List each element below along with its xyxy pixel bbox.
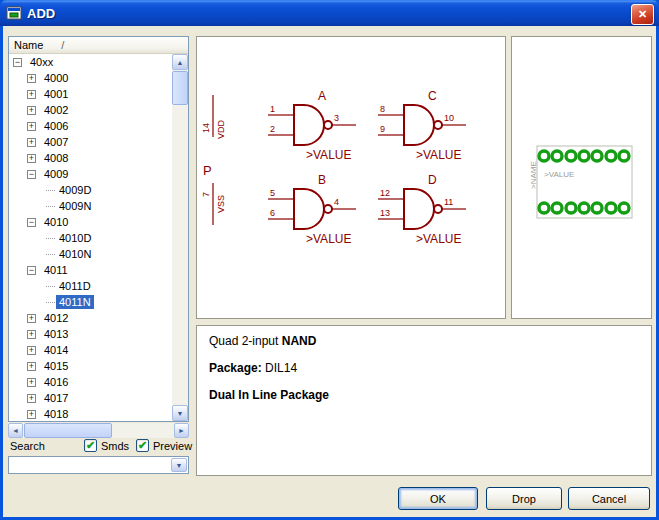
expander-plus-icon[interactable]: +: [27, 122, 36, 131]
window-title: ADD: [27, 6, 55, 21]
expander-plus-icon[interactable]: +: [27, 346, 36, 355]
tree-item[interactable]: −4010: [9, 214, 172, 230]
search-input[interactable]: [11, 458, 170, 472]
description-text-bold: Package:: [209, 361, 262, 375]
package-preview-panel: >NAME >VALUE: [511, 36, 652, 319]
description-text: DIL14: [262, 361, 297, 375]
svg-text:>VALUE: >VALUE: [306, 232, 351, 246]
close-button[interactable]: ✕: [631, 4, 654, 25]
tree-item[interactable]: 4009D: [9, 182, 172, 198]
combo-dropdown-button[interactable]: ▼: [171, 458, 187, 472]
description-line: Package: DIL14: [209, 361, 639, 375]
tree-header-name[interactable]: Name /: [9, 37, 188, 54]
tree-item[interactable]: −4011: [9, 262, 172, 278]
expander-plus-icon[interactable]: +: [27, 314, 36, 323]
expander-plus-icon[interactable]: +: [27, 154, 36, 163]
nand-gate-d: 12 13 11 D >VALUE: [378, 173, 466, 246]
drop-button[interactable]: Drop: [486, 487, 562, 510]
tree-item[interactable]: +4018: [9, 406, 172, 421]
preview-checkbox-label[interactable]: Preview: [153, 440, 192, 452]
arrow-left-icon: ◄: [12, 427, 19, 434]
svg-text:C: C: [428, 89, 437, 103]
nand-gate-c: 8 9 10 C >VALUE: [378, 89, 466, 162]
svg-text:7: 7: [201, 192, 211, 197]
checkmark-icon: ✔: [138, 439, 147, 451]
smds-checkbox[interactable]: ✔: [84, 439, 97, 452]
add-dialog-icon: [6, 5, 22, 21]
tree-item[interactable]: +4012: [9, 310, 172, 326]
svg-text:>VALUE: >VALUE: [416, 232, 461, 246]
cancel-button[interactable]: Cancel: [568, 487, 650, 510]
tree-item[interactable]: +4001: [9, 86, 172, 102]
scroll-up-button[interactable]: ▲: [172, 54, 188, 70]
tree-item[interactable]: +4006: [9, 118, 172, 134]
arrow-right-icon: ►: [178, 427, 185, 434]
checkmark-icon: ✔: [86, 439, 95, 451]
svg-text:>NAME: >NAME: [529, 161, 538, 189]
svg-text:P: P: [203, 163, 212, 178]
ok-button[interactable]: OK: [398, 487, 478, 510]
tree-item[interactable]: 4010D: [9, 230, 172, 246]
tree-item[interactable]: 4009N: [9, 198, 172, 214]
tree-vertical-scrollbar[interactable]: ▲ ▼: [172, 54, 188, 421]
tree-item[interactable]: 4011D: [9, 278, 172, 294]
expander-minus-icon[interactable]: −: [13, 58, 22, 67]
vertical-scroll-thumb[interactable]: [172, 71, 188, 105]
search-row: Search ✔ Smds ✔ Preview: [8, 439, 189, 454]
expander-plus-icon[interactable]: +: [27, 394, 36, 403]
add-dialog: ADD ✕ Name / −40xx +4000 +4001 +4002 +40…: [0, 0, 659, 520]
close-icon: ✕: [638, 8, 647, 21]
expander-minus-icon[interactable]: −: [27, 218, 36, 227]
pads-bottom-row: [539, 203, 629, 213]
smds-checkbox-label[interactable]: Smds: [101, 440, 129, 452]
scroll-right-button[interactable]: ►: [174, 423, 189, 438]
description-text-bold: NAND: [282, 334, 317, 348]
expander-plus-icon[interactable]: +: [27, 362, 36, 371]
svg-text:6: 6: [270, 208, 275, 218]
tree-item[interactable]: +4014: [9, 342, 172, 358]
svg-text:8: 8: [380, 104, 385, 114]
expander-plus-icon[interactable]: +: [27, 90, 36, 99]
svg-text:9: 9: [380, 124, 385, 134]
arrow-up-icon: ▲: [177, 59, 184, 66]
expander-plus-icon[interactable]: +: [27, 330, 36, 339]
tree-item[interactable]: +4007: [9, 134, 172, 150]
svg-text:14: 14: [201, 123, 211, 133]
preview-checkbox[interactable]: ✔: [136, 439, 149, 452]
scroll-left-button[interactable]: ◄: [8, 423, 23, 438]
titlebar[interactable]: ADD ✕: [0, 0, 659, 26]
svg-text:D: D: [428, 173, 437, 187]
tree-horizontal-scrollbar[interactable]: ◄ ►: [8, 423, 189, 438]
expander-plus-icon[interactable]: +: [27, 74, 36, 83]
tree-item[interactable]: +4015: [9, 358, 172, 374]
expander-plus-icon[interactable]: +: [27, 378, 36, 387]
search-label: Search: [10, 440, 45, 452]
tree-item-selected[interactable]: 4011N: [9, 294, 172, 310]
tree-item[interactable]: −4009: [9, 166, 172, 182]
search-combo[interactable]: ▼: [8, 456, 189, 474]
tree-item[interactable]: +4000: [9, 70, 172, 86]
svg-text:13: 13: [380, 208, 390, 218]
description-panel: Quad 2-input NAND Package: DIL14 Dual In…: [196, 325, 652, 476]
expander-plus-icon[interactable]: +: [27, 410, 36, 419]
scroll-down-button[interactable]: ▼: [172, 405, 188, 421]
tree-item[interactable]: +4017: [9, 390, 172, 406]
svg-text:A: A: [318, 89, 326, 103]
description-line: Quad 2-input NAND: [209, 334, 639, 348]
expander-plus-icon[interactable]: +: [27, 138, 36, 147]
expander-minus-icon[interactable]: −: [27, 170, 36, 179]
horizontal-scroll-thumb[interactable]: [24, 423, 112, 438]
tree-item[interactable]: −40xx: [9, 54, 172, 70]
tree-item[interactable]: +4013: [9, 326, 172, 342]
dil14-package-drawing: >NAME >VALUE: [512, 37, 651, 318]
svg-text:11: 11: [444, 197, 453, 207]
expander-plus-icon[interactable]: +: [27, 106, 36, 115]
tree-item[interactable]: 4010N: [9, 246, 172, 262]
description-text: Quad 2-input: [209, 334, 282, 348]
svg-text:VDD: VDD: [216, 119, 226, 139]
description-text-bold: Dual In Line Package: [209, 388, 329, 402]
tree-item[interactable]: +4002: [9, 102, 172, 118]
expander-minus-icon[interactable]: −: [27, 266, 36, 275]
tree-item[interactable]: +4008: [9, 150, 172, 166]
tree-item[interactable]: +4016: [9, 374, 172, 390]
